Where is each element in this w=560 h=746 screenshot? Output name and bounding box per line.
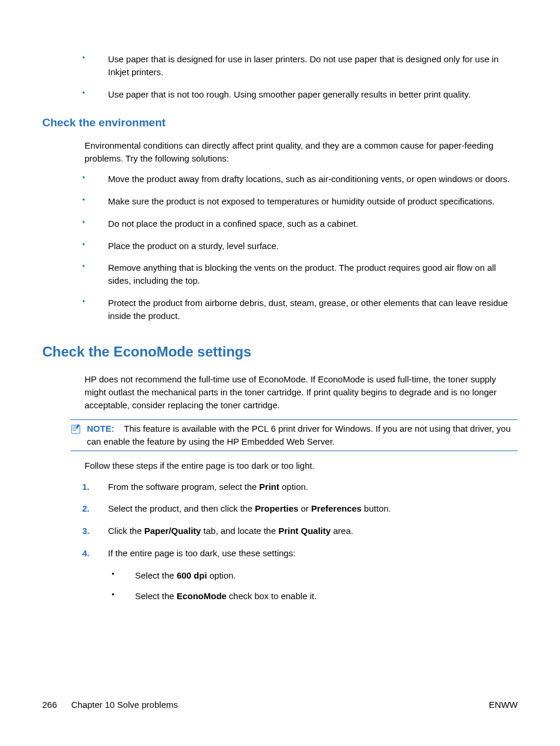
step-text: Select the product, and then click the bbox=[108, 503, 255, 513]
bold-term: Paper/Quality bbox=[144, 526, 201, 536]
bullet-text: Use paper that is designed for use in la… bbox=[108, 54, 498, 77]
chapter-label: Chapter 10 Solve problems bbox=[71, 700, 178, 710]
bullet-text: Place the product on a sturdy, level sur… bbox=[108, 241, 279, 251]
env-bullet-list: Move the product away from drafty locati… bbox=[82, 173, 518, 322]
note-icon bbox=[70, 424, 81, 439]
step-text: tab, and locate the bbox=[201, 526, 278, 536]
page-content: Use paper that is designed for use in la… bbox=[42, 53, 518, 603]
document-page: Use paper that is designed for use in la… bbox=[0, 0, 560, 746]
steps-intro-paragraph: Follow these steps if the entire page is… bbox=[85, 459, 518, 472]
step-text: If the entire page is too dark, use thes… bbox=[108, 548, 295, 558]
bullet-text: Select the bbox=[135, 570, 177, 580]
bullet-text: Use paper that is not too rough. Using s… bbox=[108, 89, 471, 99]
list-item: Place the product on a sturdy, level sur… bbox=[82, 240, 518, 253]
step-item: Select the product, and then click the P… bbox=[82, 502, 518, 515]
heading-check-environment: Check the environment bbox=[42, 115, 518, 131]
step-item: If the entire page is too dark, use thes… bbox=[82, 547, 518, 560]
step-text: button. bbox=[362, 503, 391, 513]
bullet-text: Do not place the product in a confined s… bbox=[108, 219, 358, 228]
note-callout: NOTE: This feature is available with the… bbox=[70, 419, 518, 451]
list-item: Select the 600 dpi option. bbox=[112, 569, 518, 582]
step-text: or bbox=[298, 503, 311, 513]
list-item: Make sure the product is not exposed to … bbox=[82, 195, 518, 208]
bold-term: EconoMode bbox=[177, 591, 227, 601]
bullet-text: Protect the product from airborne debris… bbox=[108, 298, 508, 321]
heading-economode-settings: Check the EconoMode settings bbox=[42, 342, 518, 362]
bullet-text: Remove anything that is blocking the ven… bbox=[108, 263, 496, 285]
econo-intro-paragraph: HP does not recommend the full-time use … bbox=[85, 373, 518, 411]
bullet-text: Select the bbox=[135, 591, 177, 601]
bullet-text: check box to enable it. bbox=[227, 591, 316, 601]
bullet-text: Move the product away from drafty locati… bbox=[108, 174, 510, 184]
list-item: Select the EconoMode check box to enable… bbox=[112, 590, 518, 603]
note-body: This feature is available with the PCL 6… bbox=[87, 424, 511, 446]
list-item: Use paper that is designed for use in la… bbox=[82, 53, 518, 79]
page-footer: 266 Chapter 10 Solve problems ENWW bbox=[42, 700, 518, 710]
footer-right: ENWW bbox=[489, 700, 518, 710]
step-text: Click the bbox=[108, 526, 144, 536]
bold-term: Print bbox=[259, 482, 279, 492]
list-item: Remove anything that is blocking the ven… bbox=[82, 261, 518, 287]
bold-term: 600 dpi bbox=[177, 570, 207, 580]
note-text bbox=[117, 424, 124, 434]
note-label: NOTE: bbox=[87, 424, 114, 434]
bullet-text: Make sure the product is not exposed to … bbox=[108, 196, 495, 206]
intro-bullet-list: Use paper that is designed for use in la… bbox=[82, 53, 518, 100]
step-text: option. bbox=[279, 482, 308, 492]
env-intro-paragraph: Environmental conditions can directly af… bbox=[85, 139, 518, 165]
numbered-steps: From the software program, select the Pr… bbox=[82, 480, 518, 560]
step-item: From the software program, select the Pr… bbox=[82, 480, 518, 493]
bold-term: Print Quality bbox=[278, 526, 330, 536]
bold-term: Preferences bbox=[311, 503, 362, 513]
bold-term: Properties bbox=[255, 503, 298, 513]
step-text: From the software program, select the bbox=[108, 482, 259, 492]
list-item: Use paper that is not too rough. Using s… bbox=[82, 88, 518, 101]
step4-sub-bullets: Select the 600 dpi option. Select the Ec… bbox=[112, 569, 518, 603]
footer-left: 266 Chapter 10 Solve problems bbox=[42, 700, 178, 710]
list-item: Protect the product from airborne debris… bbox=[82, 297, 518, 322]
page-number: 266 bbox=[42, 700, 57, 710]
step-item: Click the Paper/Quality tab, and locate … bbox=[82, 525, 518, 537]
bullet-text: option. bbox=[207, 570, 236, 580]
list-item: Do not place the product in a confined s… bbox=[82, 217, 518, 230]
list-item: Move the product away from drafty locati… bbox=[82, 173, 518, 186]
step-text: area. bbox=[330, 526, 353, 536]
